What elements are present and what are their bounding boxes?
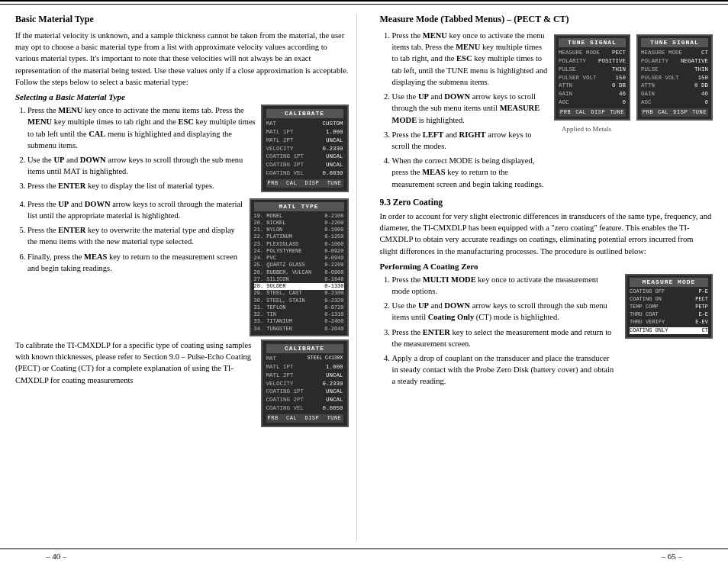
performing-title: Performing A Coating Zero [380,262,714,271]
tune-signal-pect: TUNE SIGNAL MEASURE MODEPECT POLARITYPOS… [554,34,630,121]
right-step-1: Press the MENU key once to activate the … [392,30,550,88]
right-section-title: Measure Mode (Tabbed Menus) – (PECT & CT… [380,14,714,25]
left-steps-list: Press the MENU key once to activate the … [27,105,256,192]
left-step-1: Press the MENU key once to activate the … [27,105,256,151]
performing-step-4: Apply a drop of couplant on the transduc… [392,352,615,388]
left-section-title: Basic Material Type [15,14,349,25]
mm-coating-only: COATING ONLYCT [630,327,708,334]
right-step-4: When the correct MODE is being displayed… [392,155,550,190]
right-column: Measure Mode (Tabbed Menus) – (PECT & CT… [372,14,714,541]
tune-ct-agc: AGC0 [641,99,708,107]
tune-ct-measure-mode: MEASURE MODECT [641,50,708,57]
matl-row-30stain: 30. STEEL, STAIN0-2320 [254,298,344,304]
section-93-title: 9.3 Zero Coating [380,198,714,207]
cal2-row-coating1pt: COATING 1PTUNCAL [266,388,343,396]
matl-type-header: MATL TYPE [254,202,344,211]
matl-row-31: 31. TEFLON0-0720 [254,304,344,311]
cal2-row-coatingvel: COATING VEL0.0850 [266,405,343,413]
left-step-4: Press the UP and DOWN arrow keys to scro… [27,198,245,221]
tune-ct-gain: GAIN46 [641,91,708,98]
content-area: Basic Material Type If the material velo… [0,5,728,547]
cal2-bottom-bar: PRBCALDISPTUNE [266,414,343,423]
right-step-2: Use the UP and DOWN arrow keys to scroll… [392,91,550,126]
performing-step-2: Use the UP and DOWN arrow keys to scroll… [392,300,615,323]
matl-row-20: 20. NICKEL0-2200 [254,220,344,227]
matl-row-19: 19. MONEL0-2100 [254,213,344,220]
cal1-row-coatingvel: COATING VEL0.0830 [266,170,343,178]
right-page-number: – 65 – [662,552,683,561]
left-step-3: Press the ENTER key to display the list … [27,180,256,191]
matl-row-28-highlighted: 28. SOLDER0-1330 [254,283,344,290]
mm-thru-coat: THRU COATE-E [630,311,708,318]
cal2-row-matl2pt: MATL 2PTUNCAL [266,372,343,380]
tune-pect-pulser-volt: PULSER VOLT150 [559,75,626,82]
tune-pect-gain: GAIN46 [559,91,626,98]
tune-pect-header: TUNE SIGNAL [559,38,626,47]
tune-ct-pulse: PULSETHIN [641,66,708,74]
mm-thru-verify: THRU VERIFYE-EV [630,319,708,326]
calibrate-screen-2: CALIBRATE MATSTEEL C4130X MATL 1PT1.000 … [261,339,349,427]
calibrate-screen-2-header: CALIBRATE [266,344,343,353]
matl-row-24pvc: 24. PVC0-0940 [254,255,344,262]
matl-row-22: 22. PLATINUM0-1250 [254,233,344,240]
matl-row-24poly: 24. POLYSTYRENE0-0920 [254,248,344,255]
matl-row-27: 27. SILICON0-1640 [254,276,344,283]
right-step-3: Press the LEFT and RIGHT arrow keys to s… [392,129,550,152]
calibrate-screen-1-header: CALIBRATE [266,109,343,118]
performing-steps-list: Press the MULTI MODE key once to activat… [392,274,615,388]
cal2-row-velocity: VELOCITY0.2330 [266,381,343,388]
left-subsection-title: Selecting a Basic Material Type [15,92,349,101]
cal2-row-mat: MATSTEEL C4130X [266,355,343,363]
cal1-row-coating1pt: COATING 1PTUNCAL [266,153,343,161]
cal2-row-coating2pt: COATING 2PTUNCAL [266,397,343,404]
mm-coating-on: COATING ONPECT [630,296,708,303]
applied-note: Applied to Metals [562,125,713,133]
matl-row-32: 32. TIN0-1310 [254,311,344,318]
mm-temp-comp: TEMP COMPPETP [630,304,708,310]
performing-step-1: Press the MULTI MODE key once to activat… [392,274,615,297]
tune-pect-pulse: PULSETHIN [559,66,626,74]
left-step-6: Finally, press the MEAS key to return to… [27,251,245,274]
matl-row-21: 21. NYLON0-1000 [254,227,344,233]
left-step-5: Press the ENTER key to overwrite the mat… [27,224,245,247]
matl-row-34: 34. TUNGSTEN0-2040 [254,326,344,333]
mm-coating-off: COATING OFFP-E [630,288,708,295]
left-steps-list-2: Press the UP and DOWN arrow keys to scro… [27,198,245,274]
tune-ct-polarity: POLARITYNEGATIVE [641,58,708,66]
page-numbers: – 40 – – 65 – [0,549,728,563]
measure-mode-screen: MEASURE MODE COATING OFFP-E COATING ONPE… [625,274,713,339]
left-step-2: Use the UP and DOWN arrow keys to scroll… [27,154,256,177]
matl-type-screen: MATL TYPE 19. MONEL0-2100 20. NICKEL0-22… [250,198,349,336]
cal1-bottom-bar: PRBCALDISPTUNE [266,179,343,188]
left-intro-paragraph: If the material velocity is unknown, and… [15,30,349,88]
tune-ct-header: TUNE SIGNAL [641,38,708,47]
page-container: Basic Material Type If the material velo… [0,0,728,563]
cal2-row-matl1pt: MATL 1PT1.000 [266,364,343,372]
matl-row-26: 26. RUBBER, VULCAN0-0900 [254,269,344,276]
section-93-intro: In order to account for very slight elec… [380,211,714,257]
cal1-row-matl1pt: MATL 1PT1.000 [266,129,343,137]
matl-row-25: 25. QUARTZ GLASS0-2260 [254,262,344,269]
tune-signal-ct: TUNE SIGNAL MEASURE MODECT POLARITYNEGAT… [636,34,713,121]
tune-ct-pulser-volt: PULSER VOLT150 [641,75,708,82]
matl-row-23: 23. PLEXIGLASS0-1060 [254,241,344,248]
calibrate-screen-1: CALIBRATE MATCUSTOM MATL 1PT1.000 MATL 2… [261,105,349,192]
cal1-row-coating2pt: COATING 2PTUNCAL [266,162,343,169]
cal1-row-matl2pt: MATL 2PTUNCAL [266,137,343,145]
left-column: Basic Material Type If the material velo… [15,14,357,541]
tune-pect-bottom-bar: PRBCALDISPTUNE [559,108,626,117]
tune-pect-polarity: POLARITYPOSITIVE [559,58,626,66]
tune-pect-measure-mode: MEASURE MODEPECT [559,50,626,57]
matl-row-33: 33. TITANIUM0-2400 [254,318,344,325]
tune-pect-attn: ATTN0 DB [559,82,626,90]
tune-screens-container: TUNE SIGNAL MEASURE MODEPECT POLARITYPOS… [554,34,713,121]
performing-step-3: Press the ENTER key to select the measur… [392,327,615,349]
right-steps-list: Press the MENU key once to activate the … [392,30,550,190]
calibrate-note: To calibrate the TI-CMXDLP for a specifi… [15,339,256,386]
tune-ct-bottom-bar: PRBCALDISPTUNE [641,108,708,117]
matl-row-29cast: 29. STEEL, CAST0-2100 [254,290,344,297]
tune-ct-attn: ATTN0 DB [641,82,708,90]
measure-mode-header: MEASURE MODE [630,278,708,287]
tune-pect-agc: AGC0 [559,99,626,107]
cal1-row-velocity: VELOCITY0.2330 [266,146,343,153]
